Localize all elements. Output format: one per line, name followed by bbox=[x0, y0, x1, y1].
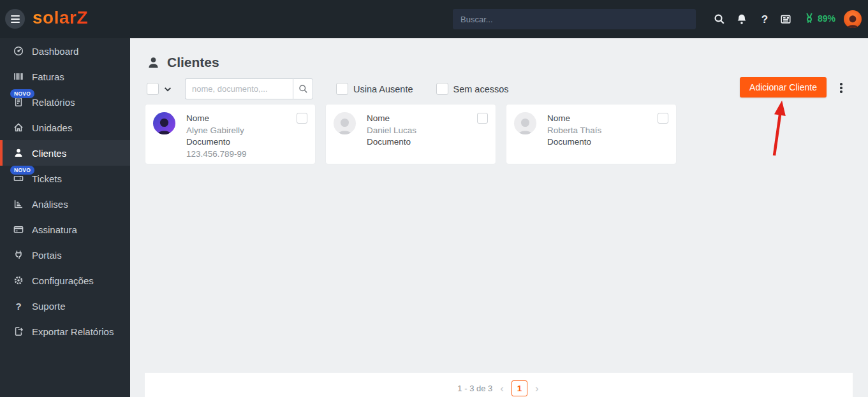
name-label: Nome bbox=[367, 113, 416, 124]
client-name: Daniel Lucas bbox=[367, 126, 416, 136]
search-icon bbox=[298, 84, 308, 94]
home-icon bbox=[13, 122, 24, 133]
more-options-kebab-icon[interactable] bbox=[835, 80, 847, 96]
client-search-button[interactable] bbox=[293, 78, 313, 99]
novo-badge: NOVO bbox=[10, 166, 34, 175]
gear-icon bbox=[13, 275, 24, 285]
gauge-icon bbox=[13, 46, 24, 56]
name-label: Nome bbox=[547, 113, 601, 124]
usina-ausente-filter: Usina Ausente bbox=[336, 83, 413, 95]
client-doc: 123.456.789-99 bbox=[186, 149, 247, 160]
client-name: Alyne Gabirelly bbox=[186, 126, 247, 136]
name-label: Nome bbox=[186, 113, 247, 124]
client-card[interactable]: Nome Alyne Gabirelly Documento 123.456.7… bbox=[145, 104, 316, 164]
sidebar-item-suporte[interactable]: ? Suporte bbox=[0, 293, 130, 319]
sem-acessos-filter: Sem acessos bbox=[436, 83, 509, 95]
sem-acessos-checkbox[interactable] bbox=[436, 83, 448, 95]
sidebar-item-analises[interactable]: Análises bbox=[0, 191, 130, 217]
chevron-down-icon bbox=[163, 85, 172, 94]
filter-toolbar: Usina Ausente Sem acessos bbox=[147, 78, 509, 99]
main-content: Clientes Usina Ausente Sem acessos Adici… bbox=[130, 38, 868, 397]
client-card[interactable]: Nome Daniel Lucas Documento bbox=[325, 104, 496, 164]
receipt-dollar-icon bbox=[13, 97, 24, 107]
client-name: Roberta Thaís bbox=[547, 126, 601, 136]
page-header: Clientes bbox=[147, 55, 219, 70]
add-client-button[interactable]: Adicionar Cliente bbox=[740, 77, 827, 97]
client-card[interactable]: Nome Roberta Thaís Documento bbox=[506, 104, 677, 164]
news-icon[interactable] bbox=[779, 13, 792, 25]
client-avatar-placeholder bbox=[334, 112, 356, 134]
novo-badge: NOVO bbox=[10, 89, 34, 98]
pagination-footer: 1 - 3 de 3 ‹ 1 › bbox=[145, 373, 853, 397]
plug-icon bbox=[13, 250, 24, 260]
help-question-icon[interactable]: ? bbox=[758, 13, 771, 25]
chart-icon bbox=[13, 199, 24, 209]
ticket-icon bbox=[13, 173, 24, 184]
sidebar-item-relatorios[interactable]: NOVO Relatórios bbox=[0, 89, 130, 115]
search-icon[interactable] bbox=[713, 13, 726, 25]
doc-label: Documento bbox=[186, 137, 247, 148]
card-select-checkbox[interactable] bbox=[477, 113, 488, 124]
bulk-select-checkbox[interactable] bbox=[147, 83, 159, 95]
topbar: solarZ ? 89% bbox=[0, 0, 868, 38]
client-search-input[interactable] bbox=[185, 78, 293, 99]
global-search-input[interactable] bbox=[453, 9, 696, 29]
card-select-checkbox[interactable] bbox=[658, 113, 668, 124]
hamburger-icon bbox=[11, 15, 20, 17]
sidebar-item-portais[interactable]: Portais bbox=[0, 242, 130, 268]
user-avatar[interactable] bbox=[844, 10, 862, 28]
sidebar-item-unidades[interactable]: Unidades bbox=[0, 115, 130, 140]
brand-logo[interactable]: solarZ bbox=[33, 8, 88, 28]
bulk-select-caret[interactable] bbox=[163, 85, 172, 94]
question-icon: ? bbox=[13, 301, 24, 311]
annotation-arrow bbox=[760, 98, 791, 159]
credit-card-icon bbox=[13, 224, 24, 235]
card-select-checkbox[interactable] bbox=[297, 113, 307, 124]
health-score[interactable]: 89% bbox=[804, 12, 835, 24]
sidebar: Dashboard Faturas NOVO Relatórios Unidad… bbox=[0, 38, 130, 397]
sidebar-item-clientes[interactable]: Clientes bbox=[0, 140, 130, 166]
notifications-bell-icon[interactable] bbox=[735, 13, 748, 25]
pagination-next-icon[interactable]: › bbox=[534, 383, 540, 394]
hamburger-menu-button[interactable] bbox=[5, 9, 25, 29]
pagination-prev-icon[interactable]: ‹ bbox=[499, 383, 505, 394]
client-cards-grid: Nome Alyne Gabirelly Documento 123.456.7… bbox=[145, 104, 677, 164]
health-percent: 89% bbox=[818, 13, 835, 24]
page-title: Clientes bbox=[167, 55, 219, 70]
person-icon bbox=[13, 148, 24, 158]
barcode-icon bbox=[13, 71, 24, 82]
pagination-summary: 1 - 3 de 3 bbox=[457, 384, 492, 393]
client-avatar bbox=[153, 112, 175, 134]
sidebar-item-tickets[interactable]: NOVO Tickets bbox=[0, 166, 130, 191]
doc-label: Documento bbox=[367, 137, 416, 148]
client-avatar-placeholder bbox=[514, 112, 536, 134]
export-icon bbox=[13, 326, 24, 336]
sidebar-item-dashboard[interactable]: Dashboard bbox=[0, 38, 130, 64]
sidebar-item-assinatura[interactable]: Assinatura bbox=[0, 217, 130, 242]
doc-label: Documento bbox=[547, 137, 601, 148]
usina-ausente-checkbox[interactable] bbox=[336, 83, 348, 95]
pagination-page-1[interactable]: 1 bbox=[511, 380, 527, 396]
clients-person-icon bbox=[147, 56, 160, 69]
medal-icon bbox=[804, 12, 815, 24]
sidebar-item-faturas[interactable]: Faturas bbox=[0, 64, 130, 89]
sidebar-item-exportar-relatorios[interactable]: Exportar Relatórios bbox=[0, 319, 130, 344]
sidebar-item-configuracoes[interactable]: Configurações bbox=[0, 268, 130, 293]
